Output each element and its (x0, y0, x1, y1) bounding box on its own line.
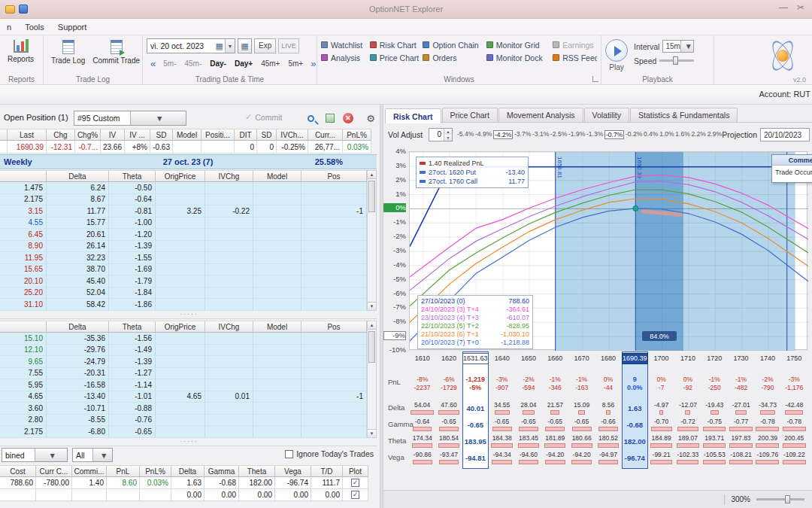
windows-item-watchlist[interactable]: Watchlist (321, 39, 370, 50)
windows-item-risk-chart[interactable]: Risk Chart (370, 39, 423, 50)
windows-item-analysis[interactable]: Analysis (321, 52, 370, 63)
option-row[interactable]: 15.10-35.36-1.56 (0, 333, 367, 345)
risk-chart-plot[interactable]: 1659.811690.391767.9084.0% 1.40 Realized… (409, 151, 807, 350)
combined-select[interactable]: bined ▼ (2, 448, 68, 462)
tab-price-chart[interactable]: Price Chart (442, 108, 498, 122)
play-button[interactable] (605, 39, 628, 62)
option-row[interactable]: 4.65-13.40-1.014.650.01-1 (0, 391, 367, 403)
option-cell: 8.90 (0, 241, 47, 253)
spinner-down-icon[interactable]: ▼ (444, 135, 452, 141)
app-icon[interactable] (19, 5, 28, 14)
zoom-slider[interactable] (756, 498, 804, 500)
nav-day-[interactable]: Day- (207, 59, 229, 68)
delete-button[interactable]: ✕ (341, 111, 355, 125)
scissors-icon[interactable]: ✂ (797, 2, 804, 13)
windows-item-price-chart[interactable]: Price Chart (370, 52, 423, 63)
commit-button[interactable]: ✓ Commit (245, 112, 282, 122)
plot-checkbox[interactable]: ✓ (351, 491, 359, 499)
vol-adjust-spinner[interactable]: 0 ▲▼ (429, 128, 453, 141)
folder-icon[interactable] (5, 5, 15, 14)
trade-log-button[interactable]: Trade Log (47, 38, 89, 67)
menu-item-n[interactable]: n (0, 19, 18, 35)
projection-date-field[interactable]: 20/10/2023 (760, 128, 810, 141)
grid-cell: 28.04 (515, 401, 541, 418)
option-row[interactable]: 8.9026.14-1.39 (0, 241, 367, 253)
option-cell (301, 356, 367, 368)
windows-item-orders[interactable]: Orders (423, 52, 486, 63)
nav-5m-[interactable]: 5m- (160, 59, 179, 68)
option-row[interactable]: 25.2052.04-1.84 (0, 287, 367, 300)
option-row[interactable]: 31.1058.42-1.86 (0, 299, 367, 311)
option-row[interactable]: 5.95-16.58-1.14 (0, 379, 367, 391)
ignore-trades-checkbox[interactable] (285, 450, 293, 458)
spinner-up-icon[interactable]: ▲ (444, 129, 452, 135)
prev-step-icon[interactable]: « (148, 58, 158, 69)
position-select[interactable]: #95 Custom ▼ (74, 111, 186, 126)
pct-scale-item: 1.6% (675, 130, 689, 139)
date-dropdown-arrow-icon[interactable]: ▼ (225, 39, 235, 53)
windows-item-monitor-grid[interactable]: Monitor Grid (486, 39, 553, 50)
plot-checkbox[interactable]: ✓ (351, 479, 359, 487)
option-row[interactable]: 2.175-6.80-0.65 (0, 426, 367, 438)
option-row[interactable]: 20.1045.40-1.79 (0, 275, 367, 287)
nav-45m+[interactable]: 45m+ (258, 59, 283, 68)
windows-item-rss-feed[interactable]: RSS Feed (553, 52, 597, 63)
option-row[interactable]: 15.6538.70-1.69 (0, 264, 367, 276)
comments-item[interactable]: Trade Occur (772, 166, 812, 182)
tab-volatility[interactable]: Volatility (584, 108, 630, 122)
windows-item-earnings[interactable]: Earnings (553, 39, 597, 50)
option-row[interactable]: 6.4520.61-1.20 (0, 229, 367, 241)
option-row[interactable]: 3.1511.77-0.813.25-0.22-1 (0, 205, 367, 217)
windows-item-monitor-dock[interactable]: Monitor Dock (486, 52, 553, 63)
option-row[interactable]: 9.65-24.79-1.39 (0, 356, 367, 368)
scrollbar[interactable]: ▲▼ (367, 170, 377, 311)
nav-45m-[interactable]: 45m- (181, 59, 205, 68)
summary-row[interactable]: 788.60-780.001.408.600.03%1.63-0.68182.0… (0, 477, 368, 489)
minimize-icon[interactable]: — (779, 2, 788, 13)
commit-trade-button[interactable]: Commit Trade (89, 38, 144, 67)
position-summary-row[interactable]: 1690.39-12.31-0.7...23.66+8%-0.6300-0.25… (0, 141, 371, 154)
option-row[interactable]: 11.9532.23-1.55 (0, 252, 367, 264)
option-row[interactable]: 2.1758.67-0.64 (0, 194, 367, 206)
comments-window[interactable]: Comments Trade Occur (771, 154, 812, 183)
menu-item-support[interactable]: Support (51, 19, 94, 35)
magnifier-button[interactable] (304, 111, 317, 125)
speed-slider-thumb[interactable] (673, 56, 678, 65)
menu-item-tools[interactable]: Tools (18, 19, 51, 35)
settings-button[interactable]: ⚙ (364, 111, 377, 125)
projection-label: Projection (722, 130, 757, 139)
y-axis-label: 4% (383, 147, 406, 156)
export-button[interactable] (323, 111, 337, 125)
summary-row[interactable]: 0.000.000.000.000.00✓ (0, 489, 368, 501)
tab-movement-analysis[interactable]: Movement Analysis (498, 108, 583, 122)
option-cell: -0.88 (109, 403, 156, 415)
option-row[interactable]: 1.4756.24-0.50 (0, 182, 367, 194)
scroll-dots[interactable]: · · · · · (0, 438, 377, 446)
tab-statistics-fundamentals[interactable]: Statistics & Fundamentals (630, 108, 738, 122)
option-row[interactable]: 4.5515.77-1.00 (0, 217, 367, 230)
position-cell: 0 (235, 141, 257, 154)
interval-select[interactable]: 15m▼ (662, 40, 694, 53)
scroll-dots[interactable]: · · · · · (0, 311, 377, 319)
grid-cell: 200.39 (754, 434, 780, 451)
zoom-slider-thumb[interactable] (785, 495, 790, 503)
speed-slider[interactable] (659, 59, 694, 62)
option-row[interactable]: 12.10-29.76-1.49 (0, 345, 367, 357)
column-header: Cost (0, 465, 36, 477)
option-row[interactable]: 3.60-10.71-0.88 (0, 403, 367, 415)
tab-risk-chart[interactable]: Risk Chart (385, 108, 441, 123)
scrollbar[interactable]: ▲▼ (367, 321, 377, 438)
option-row[interactable]: 2.80-8.55-0.76 (0, 415, 367, 427)
option-row[interactable]: 7.55-20.31-1.27 (0, 368, 367, 380)
nav-5m+[interactable]: 5m+ (285, 59, 306, 68)
reports-button[interactable]: Reports (4, 38, 38, 65)
option-cell: 2.80 (0, 415, 47, 427)
live-badge[interactable]: LIVE (278, 38, 299, 53)
nav-day+[interactable]: Day+ (232, 59, 256, 68)
windows-item-option-chain[interactable]: Option Chain (423, 39, 486, 50)
expiry-header[interactable]: Weekly 27 oct. 23 (7) 25.58% (0, 154, 377, 169)
goto-date-button[interactable]: ▦ (238, 38, 252, 53)
exp-button[interactable]: Exp (254, 38, 276, 53)
all-select[interactable]: All ▼ (72, 448, 113, 462)
trading-date-field[interactable]: vi. 20 oct. 2023 ▦ ▼ (147, 38, 235, 53)
